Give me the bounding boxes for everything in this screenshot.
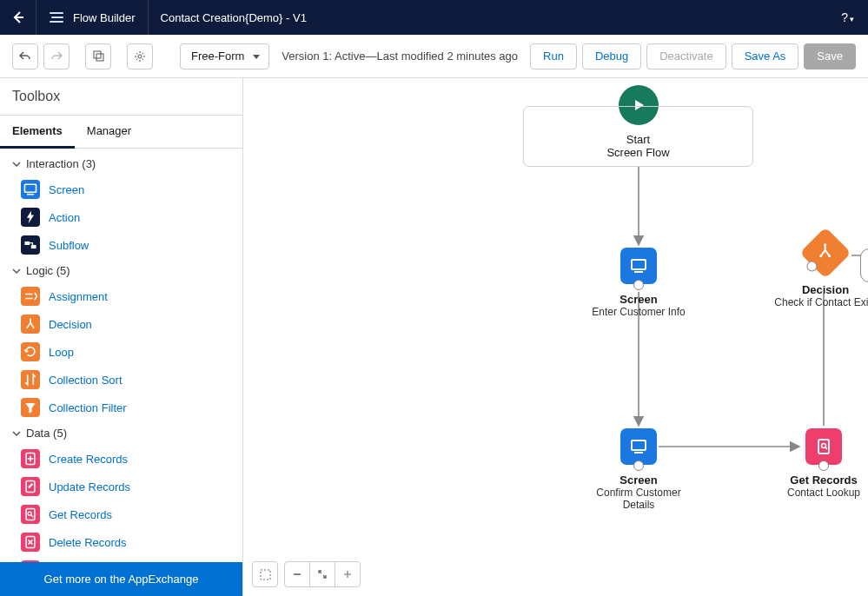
fit-button[interactable] <box>309 561 335 587</box>
toolbox-item[interactable]: Loop <box>0 338 242 366</box>
decision-icon <box>799 227 851 278</box>
toolbox-item[interactable]: Subflow <box>0 231 242 259</box>
tab-elements[interactable]: Elements <box>0 116 75 149</box>
settings-button[interactable] <box>127 43 153 70</box>
tab-manager[interactable]: Manager <box>75 116 143 148</box>
svg-rect-24 <box>818 440 829 454</box>
assign-icon <box>21 287 40 306</box>
chevron-down-icon <box>12 160 21 169</box>
toolbox-item[interactable]: Roll Back Records <box>0 556 242 562</box>
save-button[interactable]: Save <box>804 43 856 70</box>
get-icon <box>21 505 40 524</box>
toolbox-title: Toolbox <box>0 78 242 115</box>
toolbox-item-label: Collection Sort <box>49 374 123 387</box>
start-node[interactable]: Start Screen Flow <box>523 106 753 167</box>
svg-rect-33 <box>261 570 270 579</box>
svg-point-2 <box>138 55 142 58</box>
toolbox-item[interactable]: Collection Sort <box>0 366 242 394</box>
svg-rect-5 <box>24 242 30 245</box>
run-button[interactable]: Run <box>530 43 577 70</box>
svg-line-11 <box>31 515 33 517</box>
screen-icon <box>620 248 657 284</box>
layout-mode-dropdown[interactable]: Free-Form <box>180 43 269 70</box>
toolbox-item-label: Action <box>49 211 80 224</box>
node-enter-customer-info[interactable]: Screen Enter Customer Info <box>591 248 686 318</box>
chevron-down-icon <box>12 267 21 275</box>
copy-button[interactable] <box>85 43 111 70</box>
svg-rect-20 <box>632 260 646 269</box>
zoom-out-button[interactable] <box>284 561 310 587</box>
toolbox-item-label: Collection Filter <box>49 401 127 414</box>
screen-icon <box>21 180 40 199</box>
subflow-icon <box>21 235 40 255</box>
undo-button[interactable] <box>12 43 38 70</box>
toolbox-item-label: Subflow <box>49 239 89 252</box>
group-header[interactable]: Interaction (3) <box>0 152 242 175</box>
svg-point-27 <box>825 243 827 246</box>
toolbox-item[interactable]: Assignment <box>0 282 242 310</box>
toolbox-item-label: Get Records <box>49 508 112 521</box>
svg-rect-1 <box>96 54 103 61</box>
svg-rect-22 <box>632 440 646 450</box>
toolbox-item[interactable]: Decision <box>0 310 242 338</box>
svg-line-26 <box>825 447 827 449</box>
zoom-in-button[interactable] <box>335 561 361 587</box>
update-icon <box>21 477 40 496</box>
toolbox-item-label: Assignment <box>49 290 108 303</box>
svg-rect-3 <box>24 184 36 192</box>
app-name: Flow Builder <box>73 11 136 24</box>
chevron-down-icon: ▾ <box>850 15 854 23</box>
redo-button[interactable] <box>43 43 70 70</box>
sort-icon <box>21 370 40 389</box>
filter-icon <box>21 398 40 417</box>
flow-builder-icon <box>49 10 64 25</box>
create-icon <box>21 449 40 468</box>
flow-title: Contact Creation{Demo} - V1 <box>149 11 319 24</box>
node-get-records[interactable]: Get Records Contact Lookup <box>780 428 867 499</box>
version-text: Version 1: Active—Last modified 2 minute… <box>282 50 518 63</box>
toolbox-item[interactable]: Get Records <box>0 500 242 528</box>
node-decision[interactable]: Decision Check if Contact Exist <box>769 235 868 308</box>
start-title: Start <box>524 133 752 146</box>
toolbox-item[interactable]: Create Records <box>0 445 242 473</box>
toolbox-item-label: Delete Records <box>49 536 127 549</box>
screen-icon <box>620 428 657 465</box>
toolbox-item[interactable]: Collection Filter <box>0 394 242 421</box>
svg-point-25 <box>822 444 826 448</box>
flow-canvas[interactable]: Start Screen Flow Screen Enter Customer … <box>243 78 868 596</box>
save-as-button[interactable]: Save As <box>732 43 799 70</box>
toolbox-item[interactable]: Delete Records <box>0 528 242 556</box>
select-tool-button[interactable] <box>252 561 278 587</box>
svg-rect-0 <box>94 51 101 58</box>
group-header[interactable]: Logic (5) <box>0 259 242 282</box>
toolbox-item[interactable]: Action <box>0 203 242 231</box>
toolbox-item[interactable]: Update Records <box>0 473 242 500</box>
delete-icon <box>21 533 40 552</box>
bolt-icon <box>21 208 40 227</box>
decision-icon <box>21 315 40 334</box>
app-logo-section: Flow Builder <box>36 0 149 35</box>
help-button[interactable]: ?▾ <box>827 10 868 24</box>
get-records-icon <box>805 428 842 465</box>
toolbox-item-label: Update Records <box>49 480 130 493</box>
svg-rect-9 <box>26 508 35 520</box>
svg-rect-6 <box>31 245 36 248</box>
node-confirm-customer-details[interactable]: Screen Confirm Customer Details <box>591 428 686 511</box>
toolbox-item-label: Loop <box>49 346 74 359</box>
toolbox-item[interactable]: Screen <box>0 175 242 203</box>
group-header[interactable]: Data (5) <box>0 421 242 445</box>
appexchange-button[interactable]: Get more on the AppExchange <box>0 562 242 596</box>
toolbox-item-label: Decision <box>49 318 92 331</box>
toolbox-sidebar: Toolbox Elements Manager Interaction (3)… <box>0 78 243 596</box>
loop-icon <box>21 342 40 361</box>
start-subtitle: Screen Flow <box>524 146 752 159</box>
edge-label-contact-not-found: Contact Not Found <box>860 248 868 282</box>
toolbox-item-label: Create Records <box>49 453 128 466</box>
toolbox-item-label: Screen <box>49 183 84 196</box>
svg-point-10 <box>28 512 31 515</box>
chevron-down-icon <box>12 429 21 438</box>
debug-button[interactable]: Debug <box>582 43 641 70</box>
back-button[interactable] <box>0 0 36 35</box>
deactivate-button: Deactivate <box>646 43 726 70</box>
